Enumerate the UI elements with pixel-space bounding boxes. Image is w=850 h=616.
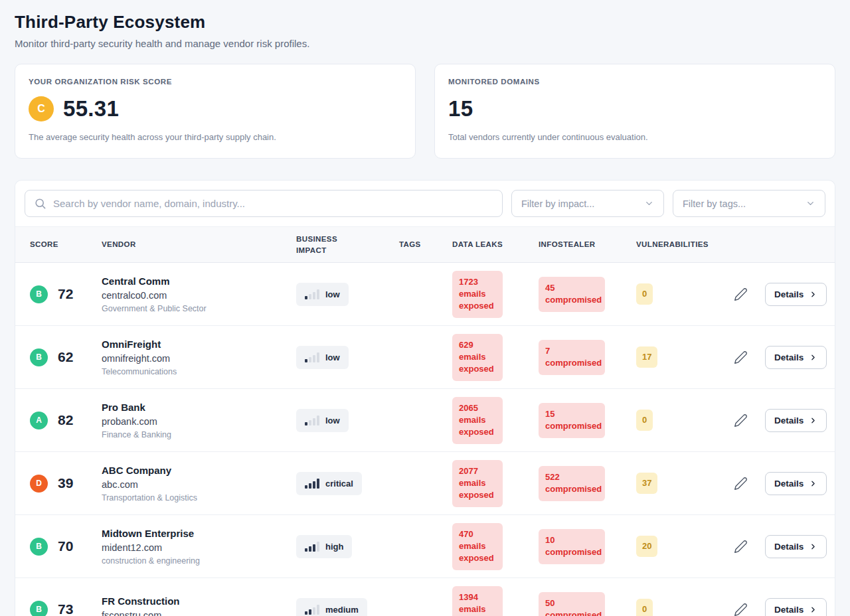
infostealer-cell: 15 compromised	[539, 403, 636, 437]
search-wrap	[25, 190, 503, 217]
pencil-icon	[734, 540, 748, 554]
score-grade-badge: B	[30, 348, 48, 366]
vulnerabilities-cell: 0	[636, 599, 732, 616]
chevron-right-icon	[809, 605, 817, 614]
search-input[interactable]	[25, 190, 503, 217]
column-header-business-impact: BUSINESS IMPACT	[296, 234, 348, 256]
edit-vendor-button[interactable]	[732, 349, 749, 366]
vendor-cell: ABC Company abc.com Transportation & Log…	[102, 465, 296, 502]
vulnerabilities-cell: 0	[636, 283, 732, 305]
column-header-score: SCORE	[30, 232, 102, 257]
impact-chip: low	[296, 283, 349, 306]
infostealer-cell: 10 compromised	[539, 529, 636, 564]
summary-cards: YOUR ORGANIZATION RISK SCORE C 55.31 The…	[15, 64, 835, 159]
edit-vendor-button[interactable]	[732, 538, 749, 555]
edit-vendor-button[interactable]	[732, 286, 749, 303]
page-header: Third-Party Ecosystem Monitor third-part…	[15, 12, 835, 49]
vendor-name: OmniFreight	[102, 339, 296, 350]
org-grade-badge: C	[29, 96, 54, 121]
vulnerabilities-cell: 17	[636, 346, 732, 368]
edit-vendor-button[interactable]	[732, 601, 749, 616]
score-cell: A 82	[30, 412, 102, 429]
chevron-right-icon	[809, 290, 817, 299]
details-button[interactable]: Details	[765, 472, 827, 495]
details-button-label: Details	[774, 479, 804, 489]
impact-bar	[305, 611, 307, 615]
actions-cell: Details	[732, 535, 827, 558]
risk-score-description: The average security health across your …	[29, 132, 402, 142]
search-icon	[34, 197, 46, 210]
edit-vendor-button[interactable]	[732, 475, 749, 492]
data-leaks-cell: 1394 emails exposed	[452, 586, 539, 616]
impact-bar	[305, 296, 307, 299]
monitored-domains-description: Total vendors currently under continuous…	[448, 132, 821, 142]
data-leaks-badge: 1394 emails exposed	[452, 586, 503, 616]
impact-bar	[313, 355, 315, 362]
impact-bar	[309, 483, 311, 489]
vendor-domain: omnifreight.com	[102, 353, 296, 364]
column-header-tags: TAGS	[399, 232, 452, 257]
vendor-industry: Transportation & Logistics	[102, 493, 296, 502]
score-grade-badge: D	[30, 475, 48, 493]
page-title: Third-Party Ecosystem	[15, 12, 835, 33]
pencil-icon	[734, 414, 748, 427]
impact-bar	[313, 418, 315, 425]
impact-label: low	[325, 416, 340, 425]
data-leaks-badge: 2077 emails exposed	[452, 460, 503, 507]
score-value: 72	[58, 286, 73, 302]
details-button[interactable]: Details	[765, 535, 827, 558]
impact-chip: low	[296, 346, 349, 369]
infostealer-cell: 522 compromised	[539, 466, 636, 501]
details-button-label: Details	[774, 605, 804, 615]
details-button-label: Details	[774, 542, 804, 552]
column-header-data-leaks: DATA LEAKS	[452, 232, 539, 257]
impact-bar	[305, 548, 307, 552]
vulnerabilities-cell: 37	[636, 473, 732, 494]
org-risk-score-value: 55.31	[63, 96, 119, 121]
impact-bar	[317, 352, 319, 362]
actions-cell: Details	[732, 283, 827, 306]
impact-bars-icon	[305, 542, 319, 552]
page-subtitle: Monitor third-party security health and …	[15, 38, 835, 49]
pencil-icon	[734, 477, 748, 491]
score-value: 70	[58, 538, 73, 554]
impact-filter-select[interactable]: Filter by impact...	[511, 190, 664, 217]
vendor-panel: Filter by impact... Filter by tags... SC…	[15, 180, 835, 616]
impact-chip: medium	[296, 598, 367, 616]
pencil-icon	[734, 287, 748, 301]
impact-bar	[309, 294, 311, 299]
score-cell: B 72	[30, 285, 102, 303]
impact-bar	[317, 479, 319, 489]
score-cell: B 73	[30, 601, 102, 616]
impact-chip: critical	[296, 472, 362, 495]
table-header-row: SCORE VENDOR BUSINESS IMPACT TAGS DATA L…	[15, 226, 835, 263]
details-button[interactable]: Details	[765, 283, 827, 306]
impact-bar	[317, 289, 319, 299]
impact-label: low	[325, 352, 340, 362]
chevron-right-icon	[809, 416, 817, 425]
impact-label: high	[325, 542, 343, 552]
actions-cell: Details	[732, 409, 827, 432]
score-cell: D 39	[30, 475, 102, 493]
tags-filter-select[interactable]: Filter by tags...	[673, 190, 825, 217]
data-leaks-cell: 1723 emails exposed	[452, 271, 539, 318]
vulnerabilities-badge: 0	[636, 410, 653, 431]
vendor-domain: abc.com	[102, 479, 296, 490]
business-impact-cell: high	[296, 535, 399, 558]
infostealer-badge: 45 compromised	[539, 277, 605, 311]
monitored-domains-card: MONITORED DOMAINS 15 Total vendors curre…	[434, 64, 835, 159]
impact-bars-icon	[305, 352, 319, 362]
details-button[interactable]: Details	[765, 598, 827, 616]
impact-bar	[317, 605, 319, 615]
details-button-label: Details	[774, 416, 804, 425]
infostealer-badge: 522 compromised	[539, 466, 605, 501]
edit-vendor-button[interactable]	[732, 412, 749, 429]
vulnerabilities-badge: 0	[636, 283, 653, 305]
details-button[interactable]: Details	[765, 346, 827, 369]
business-impact-cell: low	[296, 346, 399, 369]
actions-cell: Details	[732, 346, 827, 369]
actions-cell: Details	[732, 472, 827, 495]
details-button[interactable]: Details	[765, 409, 827, 432]
table-row: B 62 OmniFreight omnifreight.com Telecom…	[15, 326, 835, 389]
actions-cell: Details	[732, 598, 827, 616]
